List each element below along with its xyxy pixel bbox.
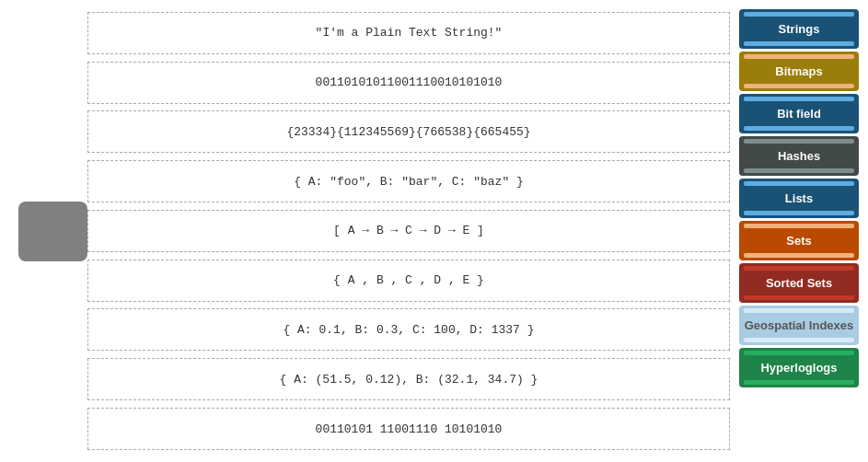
type-label-geospatial: Geospatial Indexes (739, 306, 859, 345)
type-label-bitfield: Bit field (739, 94, 859, 133)
key-box (18, 202, 87, 261)
data-row-text-hyperloglogs: 00110101 11001110 10101010 (99, 422, 718, 436)
data-row-hyperloglogs: 00110101 11001110 10101010 (87, 408, 730, 450)
data-row-text-bitmaps: 00110101011001110010101010 (99, 75, 718, 89)
data-row-text-hashes: { A: "foo", B: "bar", C: "baz" } (99, 175, 718, 189)
data-row-text-sets: { A , B , C , D , E } (99, 273, 718, 287)
diagram-container: "I'm a Plain Text String!"00110101011001… (0, 0, 868, 462)
data-row-text-bitfield: {23334}{112345569}{766538}{665455} (99, 125, 718, 139)
type-label-strings: Strings (739, 9, 859, 49)
data-row-strings: "I'm a Plain Text String!" (87, 12, 730, 54)
type-label-sets: Sets (739, 221, 859, 260)
data-row-text-geospatial: { A: (51.5, 0.12), B: (32.1, 34.7) } (99, 373, 718, 387)
type-label-bitmaps: Bitmaps (739, 52, 859, 91)
data-row-hashes: { A: "foo", B: "bar", C: "baz" } (87, 160, 730, 202)
data-row-lists: [ A → B → C → D → E ] (87, 210, 730, 252)
type-label-hyperloglogs: Hyperloglogs (739, 348, 859, 387)
data-row-text-sortedsets: { A: 0.1, B: 0.3, C: 100, D: 1337 } (99, 323, 718, 337)
data-row-sortedsets: { A: 0.1, B: 0.3, C: 100, D: 1337 } (87, 308, 730, 351)
type-labels-area: StringsBitmapsBit fieldHashesListsSetsSo… (739, 9, 859, 453)
data-row-bitfield: {23334}{112345569}{766538}{665455} (87, 110, 730, 153)
type-label-hashes: Hashes (739, 136, 859, 176)
data-row-text-lists: [ A → B → C → D → E ] (99, 224, 718, 237)
rows-wrapper: "I'm a Plain Text String!"00110101011001… (87, 9, 730, 453)
data-row-sets: { A , B , C , D , E } (87, 260, 730, 302)
data-row-geospatial: { A: (51.5, 0.12), B: (32.1, 34.7) } (87, 358, 730, 400)
type-label-lists: Lists (739, 179, 859, 218)
data-row-text-strings: "I'm a Plain Text String!" (99, 26, 718, 40)
type-label-sortedsets: Sorted Sets (739, 263, 859, 303)
data-row-bitmaps: 00110101011001110010101010 (87, 62, 730, 104)
